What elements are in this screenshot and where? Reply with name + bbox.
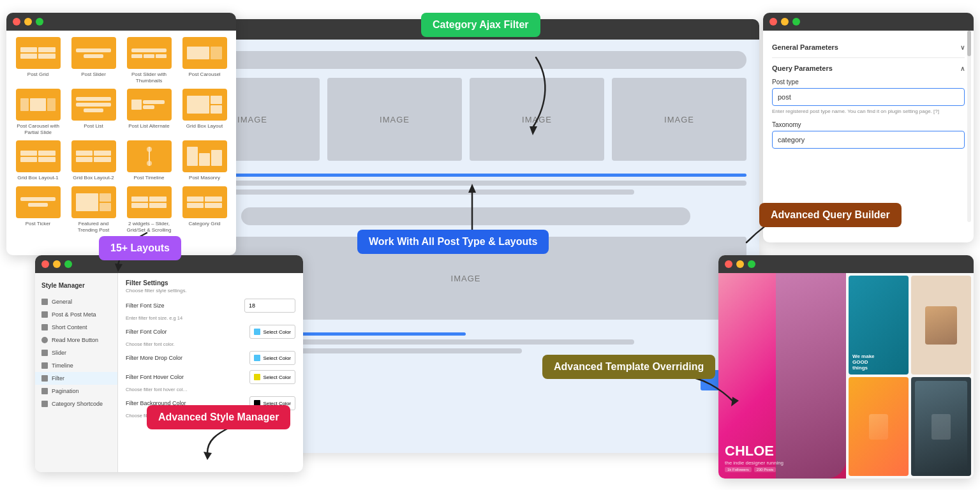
style-manager-panel: Style Manager General Post & Post Meta S… [35,255,303,472]
color-swatch-font [254,329,260,335]
post-type-field: Post type Enter registered post type nam… [772,78,965,115]
style-menu-timeline[interactable]: Timeline [35,359,117,372]
query-close-btn[interactable] [769,18,777,26]
skeleton-line-1 [185,181,746,186]
query-params-chevron: ∧ [960,65,965,72]
layouts-minimize-btn[interactable] [24,18,32,26]
post-type-hint: Enter registered post type name. You can… [772,108,965,115]
hero-name: CHLOE [725,444,840,458]
layout-item-post-timeline: Post Timeline [124,140,174,181]
hero-text-area: CHLOE the indie designer running 1k Foll… [725,444,840,472]
layouts-panel: Post Grid Post Slider Post Slider with T… [6,13,236,255]
layouts-maximize-btn[interactable] [36,18,43,26]
layouts-close-btn[interactable] [13,18,20,26]
template-body: CHLOE the indie designer running 1k Foll… [718,273,974,479]
layout-item-carousel-partial: Post Carousel with Partial Slide [13,89,63,135]
template-minimize-btn[interactable] [736,260,744,268]
style-sidebar: Style Manager General Post & Post Meta S… [35,273,118,472]
sm-hint-font-size: Enter filter font size. e.g 14 [126,315,295,321]
template-grid-right: We make GOOD things [846,273,974,479]
layout-item-post-masonry: Post Masonry [179,140,230,181]
style-menu-category[interactable]: Category Shortcode [35,397,117,410]
hero-sub: the indie designer running [725,460,840,466]
sm-section-title: Filter Settings [126,279,295,286]
post-card-2: IMAGE [327,78,462,161]
short-content-icon [41,324,48,330]
callout-query-builder: Advanced Query Builder [759,203,902,227]
query-maximize-btn[interactable] [792,18,800,26]
style-maximize-btn[interactable] [64,260,72,268]
blue-bar-1 [185,174,746,177]
style-menu-read-more[interactable]: Read More Button [35,334,117,346]
color-swatch-drop [254,355,260,361]
style-menu-post-meta[interactable]: Post & Post Meta [35,308,117,321]
layout-item-post-grid: Post Grid [13,37,63,84]
read-more-icon [41,337,48,343]
layout-item-grid-box: Grid Box Layout [179,89,230,135]
post-card-3: IMAGE [470,78,604,161]
post-grid: IMAGE IMAGE IMAGE IMAGE [185,78,746,161]
sm-row-drop-color: Filter More Drop Color Select Color [126,351,295,365]
post-card-4: IMAGE [612,78,746,161]
filter-bar [185,51,746,69]
filter-icon [41,375,48,382]
style-menu-slider[interactable]: Slider [35,346,117,359]
layout-item-post-list-alt: Post List Alternate [124,89,174,135]
template-cell-4 [911,377,971,476]
pagination-icon [41,388,48,394]
colorful-img [869,414,888,440]
layout-item-post-ticker: Post Ticker [13,186,63,233]
scrollbar-track [967,31,971,222]
post-type-label: Post type [772,78,965,85]
query-titlebar [763,13,974,31]
query-minimize-btn[interactable] [781,18,789,26]
template-maximize-btn[interactable] [748,260,755,268]
filter-drop-color-btn[interactable]: Select Color [249,351,295,365]
stat-posts: 230 Posts [754,467,776,472]
style-menu-general[interactable]: General [35,295,117,308]
sm-row-font-size: Filter Font Size [126,299,295,313]
filter-hover-color-btn[interactable]: Select Color [249,370,295,384]
sm-row-font-color: Filter Font Color Select Color [126,325,295,339]
style-main-area: Filter Settings Choose filter style sett… [118,273,303,472]
general-params-chevron: ∨ [960,44,965,51]
filter-font-size-input[interactable] [244,299,295,313]
sm-row-hover-color: Filter Font Hover Color Select Color [126,370,295,384]
callout-15-layouts: 15+ Layouts [99,236,181,260]
sm-hint-font-color: Choose filter font color. [126,341,295,347]
post-type-input[interactable] [772,88,965,106]
person-card-img [925,306,957,345]
query-params-section[interactable]: Query Parameters ∧ [772,58,965,78]
style-close-btn[interactable] [41,260,49,268]
taxonomy-input[interactable] [772,131,965,149]
callout-style-manager: Advanced Style Manager [147,405,290,429]
skeleton-lines-top [185,171,746,195]
template-hero: CHLOE the indie designer running 1k Foll… [718,273,846,479]
scrollbar-thumb[interactable] [967,31,971,56]
slider-icon [41,350,48,356]
callout-work-with-all: Work With All Post Type & Layouts [357,230,549,254]
template-titlebar [718,255,974,273]
template-cell-1: We make GOOD things [849,276,909,375]
general-params-section[interactable]: General Parameters ∨ [772,37,965,58]
timeline-icon [41,362,48,369]
sm-hint-hover-color: Choose filter font hover col… [126,387,295,392]
category-icon [41,401,48,407]
layout-item-post-slider-thumbs: Post Slider with Thumbnails [124,37,174,84]
filter-font-color-btn[interactable]: Select Color [249,325,295,339]
template-panel: CHLOE the indie designer running 1k Foll… [718,255,974,479]
layout-item-2-widgets: 2 widgets – Slider, Grid/Set & Scrolling [124,186,174,233]
style-menu-short-content[interactable]: Short Content [35,321,117,334]
stats-row: 1k Followers 230 Posts [725,467,840,472]
layout-item-category-grid: Category Grid [179,186,230,233]
layout-item-post-carousel: Post Carousel [179,37,230,84]
style-menu-filter[interactable]: Filter [35,372,117,385]
taxonomy-field: Taxonomy [772,121,965,149]
dark-card-inner [932,414,951,440]
template-close-btn[interactable] [725,260,732,268]
callout-template-overriding: Advanced Template Overriding [542,355,715,379]
layout-item-post-list: Post List [68,89,119,135]
style-menu-pagination[interactable]: Pagination [35,385,117,397]
stat-followers: 1k Followers [725,467,752,472]
style-minimize-btn[interactable] [53,260,61,268]
